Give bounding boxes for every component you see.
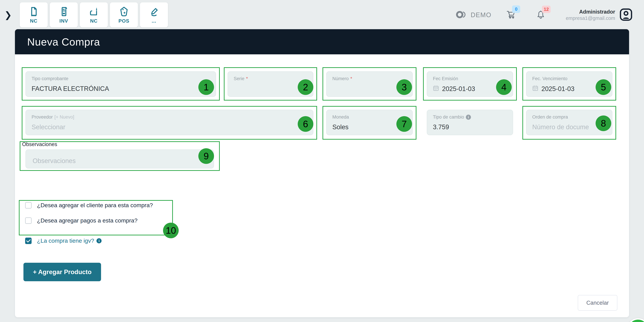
agregar-producto-button[interactable]: + Agregar Producto	[24, 263, 101, 281]
cancelar-button[interactable]: Cancelar	[578, 295, 617, 310]
checkbox-unchecked-icon	[25, 218, 32, 224]
toggle-icon	[456, 10, 468, 20]
cart-button[interactable]: 0	[506, 10, 516, 20]
demo-label: DEMO	[470, 12, 491, 19]
numero-input[interactable]: Número *	[326, 71, 413, 97]
checkbox-agregar-pagos-label: ¿Desea agregar pagos a esta compra?	[37, 217, 138, 224]
calendar-icon	[433, 85, 439, 93]
notifications-button[interactable]: 12	[536, 10, 545, 20]
serie-input[interactable]: Serie *	[228, 71, 313, 97]
bell-icon	[536, 17, 545, 20]
proveedor-label: Proveedor	[32, 114, 53, 120]
note-rotated-icon	[89, 6, 99, 17]
tipo-cambio-label: Tipo de cambio	[433, 114, 464, 120]
toolbar-button-pos[interactable]: POS	[110, 2, 138, 27]
toolbar-button-nc2[interactable]: NC	[80, 2, 108, 27]
required-asterisk: *	[350, 76, 352, 81]
quick-access-toolbar: NC INV NC	[20, 2, 168, 27]
checkbox-tiene-igv[interactable]: ¿La compra tiene igv?	[25, 238, 102, 244]
toolbar-button-label: ...	[152, 18, 156, 24]
info-icon[interactable]	[466, 115, 471, 120]
moneda-value: Soles	[332, 124, 406, 131]
checkbox-tiene-igv-label: ¿La compra tiene igv?	[37, 238, 94, 244]
toolbar-button-nc[interactable]: NC	[20, 2, 48, 27]
toolbar-button-more[interactable]: ...	[140, 2, 168, 27]
proveedor-nuevo-link[interactable]: [+ Nuevo]	[54, 114, 74, 120]
page-title: Nueva Compra	[27, 36, 100, 48]
toolbar-button-inv[interactable]: INV	[50, 2, 78, 27]
nueva-compra-card: Nueva Compra Tipo comprobante FACTURA EL…	[15, 29, 629, 317]
notifications-badge: 12	[542, 6, 550, 13]
checkbox-agregar-pagos[interactable]: ¿Desea agregar pagos a esta compra?	[25, 217, 138, 224]
proveedor-select[interactable]: Proveedor [+ Nuevo] Seleccionar	[26, 110, 313, 135]
observaciones-textarea[interactable]: Observaciones	[26, 150, 214, 168]
required-asterisk: *	[246, 76, 248, 81]
toolbar-button-label: POS	[118, 18, 129, 24]
fec-emision-value: 2025-01-03	[442, 85, 475, 92]
whatsapp-button[interactable]	[627, 318, 644, 322]
toolbar-button-label: NC	[30, 18, 38, 24]
proveedor-placeholder: Seleccionar	[32, 124, 307, 131]
fec-vencimiento-label: Fec. Vencimiento	[532, 76, 568, 81]
moneda-select[interactable]: Moneda Soles	[326, 110, 413, 135]
page-header: Nueva Compra	[15, 29, 629, 54]
cart-badge: 0	[512, 6, 520, 13]
user-email: empresa1@gmail.com	[566, 15, 615, 21]
credit-note-document-icon	[28, 6, 39, 17]
tipo-comprobante-value: FACTURA ELECTRÓNICA	[32, 85, 210, 92]
checkbox-checked-icon	[25, 238, 32, 244]
toolbar-button-label: NC	[90, 18, 98, 24]
toolbar-button-label: INV	[60, 18, 68, 24]
calendar-icon	[532, 85, 538, 93]
sidebar-expand-chevron-icon[interactable]: ❯	[4, 10, 12, 20]
fec-emision-label: Fec Emisión	[433, 76, 458, 81]
serie-label: Serie	[234, 76, 244, 81]
user-name: Administrador	[566, 9, 615, 15]
checkbox-unchecked-icon	[25, 202, 32, 208]
tipo-comprobante-select[interactable]: Tipo comprobante FACTURA ELECTRÓNICA	[26, 71, 216, 97]
topbar-right-cluster: DEMO 0 12 Administrador empresa1@gmail.c…	[456, 4, 633, 26]
user-menu[interactable]: Administrador empresa1@gmail.com	[566, 9, 615, 21]
fec-emision-datepicker[interactable]: Fec Emisión 2025-01-03	[427, 71, 513, 97]
edit-icon	[149, 6, 159, 17]
cart-icon	[506, 17, 516, 20]
observaciones-placeholder: Observaciones	[32, 157, 76, 164]
orden-compra-placeholder: Número de docume	[532, 124, 606, 131]
tipo-cambio-input[interactable]: Tipo de cambio 3.759	[427, 110, 513, 135]
orden-compra-label: Orden de compra	[532, 114, 568, 120]
avatar-icon[interactable]	[619, 8, 633, 22]
orden-compra-input[interactable]: Orden de compra Número de docume	[526, 110, 612, 135]
fec-vencimiento-datepicker[interactable]: Fec. Vencimiento 2025-01-03	[526, 71, 612, 97]
observaciones-label: Observaciones	[22, 141, 57, 148]
fec-vencimiento-value: 2025-01-03	[542, 85, 574, 92]
demo-toggle[interactable]: DEMO	[456, 10, 491, 20]
info-icon[interactable]	[96, 238, 102, 243]
checkbox-agregar-cliente-label: ¿Desea agregar el cliente para esta comp…	[37, 202, 153, 208]
moneda-label: Moneda	[332, 114, 349, 120]
numero-label: Número	[332, 76, 349, 81]
checkbox-agregar-cliente[interactable]: ¿Desea agregar el cliente para esta comp…	[25, 202, 153, 208]
invoice-icon	[58, 6, 69, 17]
pos-tag-icon	[119, 6, 129, 17]
tipo-cambio-value: 3.759	[433, 124, 507, 131]
tipo-comprobante-label: Tipo comprobante	[32, 76, 68, 81]
